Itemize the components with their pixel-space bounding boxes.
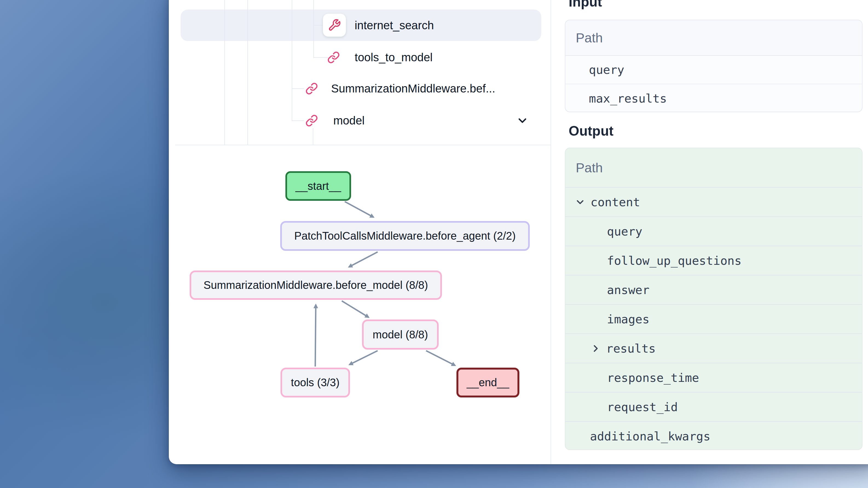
path-label: answer [607,283,649,297]
tree-row-label: model [333,114,365,127]
path-label: request_id [607,400,678,414]
output-row-response-time[interactable]: response_time [565,363,862,393]
graph-node-model[interactable]: model (8/8) [362,320,439,350]
input-path-table: Path query max_results [565,20,863,112]
output-row-follow-up-questions[interactable]: follow_up_questions [565,246,862,275]
output-row-additional-kwargs[interactable]: additional_kwargs [565,422,862,450]
tree-row-tools-to-model[interactable]: tools_to_model [169,41,551,73]
graph-edges [169,145,551,464]
path-label: additional_kwargs [590,429,710,443]
chevron-down-icon[interactable] [575,197,586,207]
output-row-query[interactable]: query [565,217,862,246]
path-label: images [607,313,649,326]
path-label: results [606,341,656,355]
link-icon [327,51,340,64]
output-row-content[interactable]: content [565,188,862,217]
path-label: query [589,63,624,76]
chevron-right-icon[interactable] [590,343,601,354]
tree-row-model[interactable]: model [169,105,551,136]
output-path-table: Path content query follow_up_questions a… [565,148,863,450]
desktop-wallpaper: internet_search tools_to_model Summariza… [0,0,868,488]
chevron-down-icon[interactable] [516,115,529,127]
path-label: query [607,225,642,238]
output-row-request-id[interactable]: request_id [565,393,862,422]
path-header-label: Path [576,160,603,175]
output-row-answer[interactable]: answer [565,275,862,305]
input-row-max-results[interactable]: max_results [565,84,862,112]
output-row-results[interactable]: results [565,334,862,363]
tree-row-internet-search[interactable]: internet_search [169,9,551,41]
path-label: response_time [607,371,699,385]
node-label: __start__ [296,180,341,192]
path-label: max_results [589,92,667,105]
path-column-header: Path [565,148,862,188]
run-graph-panel: __start__ PatchToolCallsMiddleware.befor… [169,145,551,464]
node-label: SummarizationMiddleware.before_model (8/… [204,279,428,291]
input-section-heading: Input [569,0,602,10]
output-section-heading: Output [569,123,614,139]
path-header-label: Path [576,30,603,45]
tree-row-summarization-middleware[interactable]: SummarizationMiddleware.bef... [169,73,551,104]
path-column-header: Path [565,20,862,56]
node-label: tools (3/3) [291,377,340,389]
path-label: content [591,195,640,209]
wrench-icon [328,19,341,32]
graph-node-tools[interactable]: tools (3/3) [280,368,350,397]
link-icon [305,115,318,127]
graph-node-start[interactable]: __start__ [285,171,351,201]
node-label: PatchToolCallsMiddleware.before_agent (2… [294,230,516,242]
node-label: __end__ [467,377,509,389]
graph-node-summarization[interactable]: SummarizationMiddleware.before_model (8/… [190,270,442,300]
graph-node-patch-tool-calls[interactable]: PatchToolCallsMiddleware.before_agent (2… [280,221,530,251]
input-row-query[interactable]: query [565,56,862,84]
tree-row-label: internet_search [354,19,434,32]
trace-tree-panel: internet_search tools_to_model Summariza… [169,0,551,145]
node-label: model (8/8) [373,328,428,341]
tree-row-label: SummarizationMiddleware.bef... [331,82,495,95]
link-icon [305,82,318,95]
path-label: follow_up_questions [607,254,742,267]
graph-node-end[interactable]: __end__ [457,368,519,397]
tree-row-label: tools_to_model [354,51,433,64]
output-row-images[interactable]: images [565,305,862,334]
tool-icon-box [323,14,346,37]
